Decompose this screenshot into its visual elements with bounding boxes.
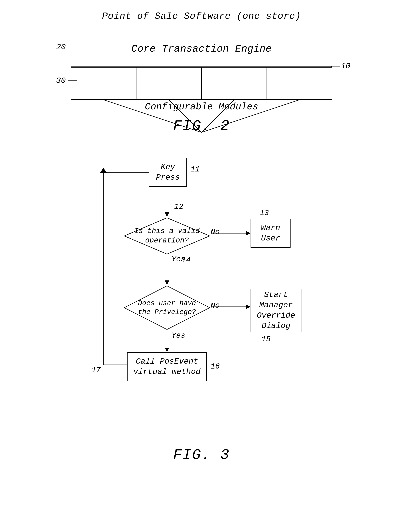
key-press-box: KeyPress bbox=[149, 158, 187, 187]
no-label-1: No bbox=[211, 228, 220, 236]
svg-line-2 bbox=[202, 100, 234, 133]
svg-line-1 bbox=[169, 100, 202, 133]
call-posevent-box: Call PosEventvirtual method bbox=[127, 352, 207, 381]
fig3-section: KeyPress 11 12 Is this a validoperation?… bbox=[14, 149, 389, 463]
module-cell-3 bbox=[202, 68, 267, 99]
fig3-label: FIG. 3 bbox=[173, 447, 230, 463]
upward-arrow-svg bbox=[98, 167, 109, 178]
yes-label-2: Yes bbox=[172, 331, 185, 340]
module-cell-4 bbox=[267, 68, 332, 99]
core-transaction-box: Core Transaction Engine bbox=[71, 31, 332, 67]
ref-12: 12 bbox=[174, 202, 183, 211]
svg-line-0 bbox=[103, 100, 202, 133]
fig3-diagram: KeyPress 11 12 Is this a validoperation?… bbox=[47, 149, 356, 439]
warn-user-box: WarnUser bbox=[250, 219, 291, 248]
svg-marker-21 bbox=[100, 168, 107, 173]
svg-line-3 bbox=[202, 100, 300, 133]
module-cell-1 bbox=[71, 68, 136, 99]
no-label-2: No bbox=[211, 301, 220, 310]
ref-14: 14 bbox=[181, 256, 191, 265]
convergence-lines bbox=[71, 100, 332, 136]
ref-10: 10 bbox=[331, 62, 351, 71]
diamond-valid-text: Is this a validoperation? bbox=[132, 227, 202, 245]
core-label: Core Transaction Engine bbox=[131, 43, 272, 55]
key-press-label: KeyPress bbox=[156, 162, 180, 183]
ref-13: 13 bbox=[260, 209, 269, 217]
start-manager-label: StartManagerOverrideDialog bbox=[257, 290, 295, 331]
module-cell-2 bbox=[136, 68, 202, 99]
ref-11: 11 bbox=[191, 165, 200, 174]
svg-marker-7 bbox=[165, 280, 169, 285]
ref-16: 16 bbox=[211, 362, 220, 371]
diamond-valid-op: Is this a validoperation? bbox=[123, 217, 211, 255]
ref-17: 17 bbox=[92, 366, 101, 374]
page: Point of Sale Software (one store) 20 30… bbox=[0, 0, 403, 532]
svg-marker-5 bbox=[165, 212, 169, 217]
warn-user-label: WarnUser bbox=[261, 223, 280, 244]
call-posevent-label: Call PosEventvirtual method bbox=[133, 356, 201, 377]
diamond-privilege: Does user havethe Privelege? bbox=[123, 285, 211, 330]
fig2-title: Point of Sale Software (one store) bbox=[102, 11, 301, 22]
ref-15: 15 bbox=[262, 335, 270, 344]
svg-marker-11 bbox=[246, 304, 250, 309]
start-manager-box: StartManagerOverrideDialog bbox=[250, 289, 301, 332]
fig2-section: Point of Sale Software (one store) 20 30… bbox=[14, 11, 389, 134]
fig2-diagram: 20 30 10 Core Transaction Engine bbox=[56, 31, 347, 100]
modules-row bbox=[71, 67, 332, 100]
svg-marker-13 bbox=[165, 348, 169, 352]
diamond-privilege-text: Does user havethe Privelege? bbox=[132, 299, 202, 317]
svg-marker-9 bbox=[246, 231, 250, 235]
